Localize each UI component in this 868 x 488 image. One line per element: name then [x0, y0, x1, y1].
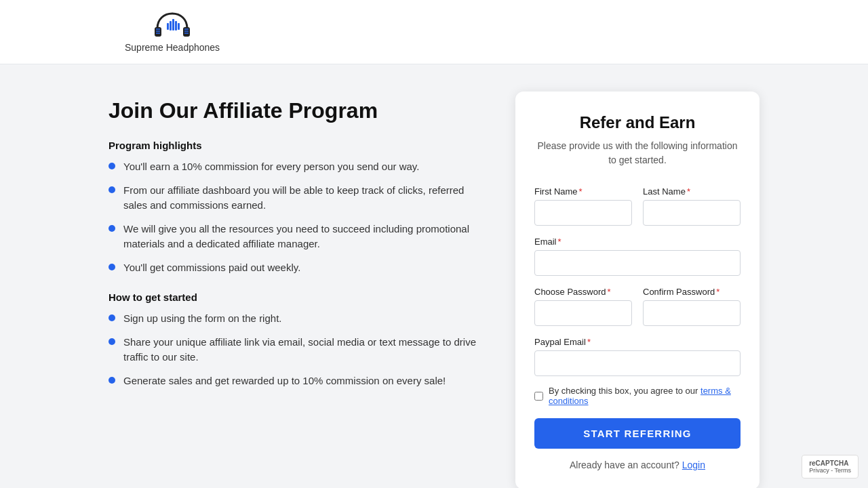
highlights-heading: Program highlights — [108, 140, 488, 151]
svg-rect-0 — [155, 27, 161, 37]
paypal-email-label: Paypal Email* — [534, 337, 741, 347]
paypal-email-group: Paypal Email* — [534, 337, 741, 376]
brand-name: Supreme Headphones — [125, 42, 220, 53]
bullet-dot — [108, 264, 115, 270]
headphones-icon — [152, 11, 193, 41]
confirm-password-group: Confirm Password* — [643, 287, 741, 326]
list-item: Generate sales and get rewarded up to 10… — [108, 373, 488, 389]
last-name-label: Last Name* — [643, 186, 741, 197]
terms-checkbox-row: By checking this box, you agree to our t… — [534, 386, 741, 406]
choose-password-label: Choose Password* — [534, 287, 632, 297]
bullet-dot — [108, 225, 115, 232]
terms-label[interactable]: By checking this box, you agree to our t… — [549, 386, 741, 406]
login-prompt: Already have an account? Login — [534, 460, 741, 470]
list-item: From our affiliate dashboard you will be… — [108, 183, 488, 214]
bullet-dot — [108, 186, 115, 193]
bullet-dot — [108, 314, 115, 321]
howto-heading: How to get started — [108, 291, 488, 303]
svg-rect-8 — [167, 23, 169, 30]
page-title: Join Our Affiliate Program — [108, 98, 488, 123]
howto-list: Sign up using the form on the right. Sha… — [108, 311, 488, 388]
choose-password-group: Choose Password* — [534, 287, 632, 326]
list-item: You'll earn a 10% commission for every p… — [108, 159, 488, 175]
highlights-list: You'll earn a 10% commission for every p… — [108, 159, 488, 275]
login-link[interactable]: Login — [682, 460, 705, 470]
paypal-email-input[interactable] — [534, 350, 741, 376]
bullet-dot — [108, 163, 115, 169]
svg-rect-9 — [170, 21, 172, 30]
email-label: Email* — [534, 237, 741, 247]
last-name-input[interactable] — [643, 200, 741, 226]
confirm-password-label: Confirm Password* — [643, 287, 741, 297]
list-item: You'll get commissions paid out weekly. — [108, 260, 488, 276]
terms-checkbox[interactable] — [534, 392, 543, 401]
affiliate-form: First Name* Last Name* Email* — [534, 186, 741, 470]
list-item: Sign up using the form on the right. — [108, 311, 488, 327]
list-item: We will give you all the resources you n… — [108, 222, 488, 252]
svg-rect-1 — [183, 27, 190, 37]
confirm-password-input[interactable] — [643, 300, 741, 326]
logo-area: Supreme Headphones — [125, 11, 220, 53]
email-group: Email* — [534, 237, 741, 276]
left-panel: Join Our Affiliate Program Program highl… — [108, 92, 488, 396]
first-name-group: First Name* — [534, 186, 632, 226]
bullet-dot — [108, 338, 115, 345]
list-item: Share your unique affiliate link via ema… — [108, 335, 488, 365]
svg-rect-11 — [175, 21, 177, 30]
site-header: Supreme Headphones — [0, 0, 868, 64]
form-title: Refer and Earn — [534, 113, 741, 132]
first-name-input[interactable] — [534, 200, 632, 226]
email-input[interactable] — [534, 250, 741, 276]
svg-rect-10 — [172, 19, 174, 30]
recaptcha-badge: reCAPTCHA Privacy - Terms — [802, 455, 859, 479]
signup-form-panel: Refer and Earn Please provide us with th… — [515, 92, 760, 488]
svg-rect-12 — [178, 23, 180, 30]
first-name-label: First Name* — [534, 186, 632, 197]
choose-password-input[interactable] — [534, 300, 632, 326]
main-content: Join Our Affiliate Program Program highl… — [27, 64, 841, 488]
password-row: Choose Password* Confirm Password* — [534, 287, 741, 326]
start-referring-button[interactable]: START REFERRING — [534, 418, 741, 449]
name-row: First Name* Last Name* — [534, 186, 741, 226]
bullet-dot — [108, 377, 115, 384]
last-name-group: Last Name* — [643, 186, 741, 226]
form-subtitle: Please provide us with the following inf… — [534, 139, 741, 167]
